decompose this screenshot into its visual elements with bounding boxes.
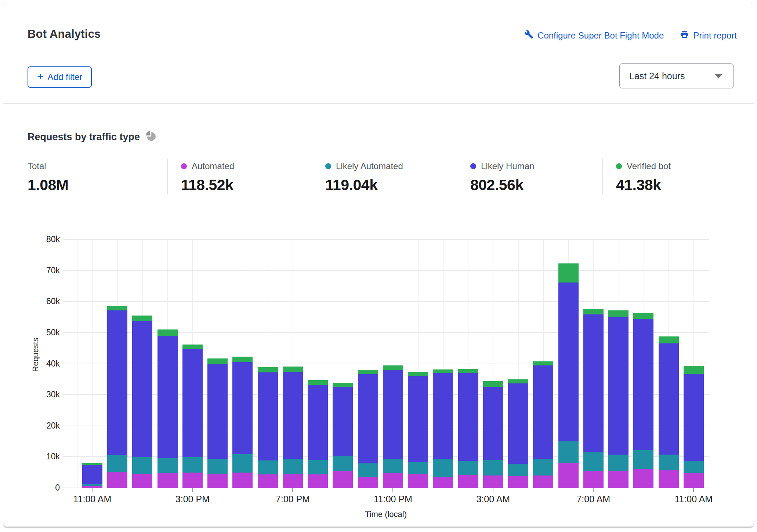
v-gridline [709, 240, 709, 488]
stat-total: Total 1.08M [28, 159, 167, 194]
stacked-bar-4[interactable] [182, 240, 203, 488]
segment-verified-bot [433, 369, 453, 373]
x-tick-mark [92, 488, 93, 492]
y-tick-label: 20k [30, 421, 60, 431]
y-tick-label: 70k [30, 266, 60, 276]
segment-verified-bot [383, 365, 403, 370]
stacked-bar-5[interactable] [207, 240, 228, 488]
segment-automated [308, 474, 328, 488]
stacked-bar-2[interactable] [132, 240, 152, 488]
x-tick-mark [693, 488, 694, 492]
stacked-bar-18[interactable] [533, 240, 553, 488]
stacked-bar-24[interactable] [684, 240, 704, 488]
plot-area: 010k20k30k40k50k60k70k80k [63, 240, 709, 488]
segment-likely-automated [458, 461, 478, 475]
requests-by-traffic-type-chart: Requests 010k20k30k40k50k60k70k80k 11:00… [3, 214, 754, 522]
segment-likely-automated [508, 464, 528, 476]
segment-likely-automated [283, 459, 303, 474]
segment-verified-bot [232, 357, 253, 362]
x-tick-label: 3:00 AM [476, 494, 510, 504]
segment-automated [358, 477, 378, 488]
stacked-bar-9[interactable] [308, 240, 328, 488]
add-filter-button[interactable]: + Add filter [28, 66, 92, 88]
stacked-bar-1[interactable] [107, 240, 127, 488]
segment-verified-bot [333, 383, 353, 387]
stacked-bar-0[interactable] [82, 240, 102, 488]
section-heading: Requests by traffic type [28, 131, 156, 143]
y-tick-label: 50k [30, 328, 60, 338]
segment-automated [433, 477, 453, 488]
stacked-bar-3[interactable] [157, 240, 178, 488]
segment-automated [608, 471, 629, 488]
stacked-bar-6[interactable] [232, 240, 253, 488]
segment-verified-bot [558, 263, 579, 283]
y-tick-label: 10k [30, 452, 60, 462]
segment-automated [458, 475, 478, 488]
segment-likely-automated [583, 452, 604, 471]
stacked-bar-11[interactable] [358, 240, 378, 488]
segment-automated [633, 469, 653, 488]
segment-verified-bot [132, 316, 152, 321]
y-tick-label: 30k [30, 390, 60, 400]
segment-likely-human [483, 387, 503, 460]
stacked-bar-13[interactable] [408, 240, 428, 488]
time-range-value: Last 24 hours [629, 71, 685, 81]
printer-icon [680, 30, 689, 41]
segment-likely-human [684, 374, 704, 460]
print-report-link[interactable]: Print report [680, 30, 737, 41]
stacked-bar-22[interactable] [633, 240, 653, 488]
segment-likely-human [433, 373, 453, 459]
segment-likely-human [107, 310, 127, 455]
segment-likely-automated [558, 441, 579, 463]
segment-verified-bot [508, 379, 528, 383]
segment-verified-bot [408, 372, 428, 376]
segment-automated [333, 471, 353, 488]
stacked-bar-20[interactable] [583, 240, 604, 488]
stacked-bar-17[interactable] [508, 240, 528, 488]
time-range-dropdown[interactable]: Last 24 hours [619, 63, 734, 88]
segment-likely-human [358, 374, 378, 463]
segment-likely-automated [157, 458, 178, 473]
segment-verified-bot [483, 381, 503, 387]
segment-verified-bot [82, 463, 102, 464]
segment-likely-human [458, 373, 478, 461]
stacked-bar-19[interactable] [558, 240, 579, 488]
stacked-bar-7[interactable] [258, 240, 278, 488]
segment-verified-bot [283, 367, 303, 372]
stacked-bar-21[interactable] [608, 240, 629, 488]
stacked-bar-23[interactable] [659, 240, 679, 488]
stacked-bar-16[interactable] [483, 240, 503, 488]
segment-likely-human [558, 283, 579, 441]
segment-verified-bot [533, 361, 553, 365]
segment-likely-human [258, 372, 278, 460]
header-actions: Configure Super Bot Fight Mode Print rep… [524, 30, 737, 41]
bot-analytics-card: Bot Analytics Configure Super Bot Fight … [3, 3, 754, 527]
segment-likely-human [533, 365, 553, 459]
segment-verified-bot [207, 358, 228, 364]
segment-likely-automated [333, 456, 353, 471]
segment-likely-automated [433, 459, 453, 477]
stat-likely-automated-value: 119.04k [325, 176, 457, 194]
y-tick-label: 0 [30, 483, 60, 493]
segment-automated [684, 473, 704, 488]
stacked-bar-12[interactable] [383, 240, 403, 488]
segment-automated [558, 463, 579, 488]
stacked-bar-15[interactable] [458, 240, 478, 488]
stat-likely-human-value: 802.56k [470, 176, 602, 194]
x-tick-label: 11:00 PM [374, 494, 412, 504]
stacked-bar-8[interactable] [283, 240, 303, 488]
section-heading-label: Requests by traffic type [28, 131, 140, 143]
configure-super-bot-fight-mode-link[interactable]: Configure Super Bot Fight Mode [524, 30, 664, 41]
stat-likely-automated: Likely Automated 119.04k [312, 159, 457, 194]
pie-chart-icon [146, 131, 156, 143]
segment-automated [659, 470, 679, 488]
x-tick-mark [192, 488, 193, 492]
segment-automated [583, 471, 604, 488]
segment-verified-bot [608, 310, 629, 317]
segment-likely-automated [684, 461, 704, 473]
segment-verified-bot [684, 366, 704, 374]
stacked-bar-10[interactable] [333, 240, 353, 488]
segment-likely-automated [182, 457, 203, 472]
stacked-bar-14[interactable] [433, 240, 453, 488]
wrench-icon [524, 30, 533, 41]
